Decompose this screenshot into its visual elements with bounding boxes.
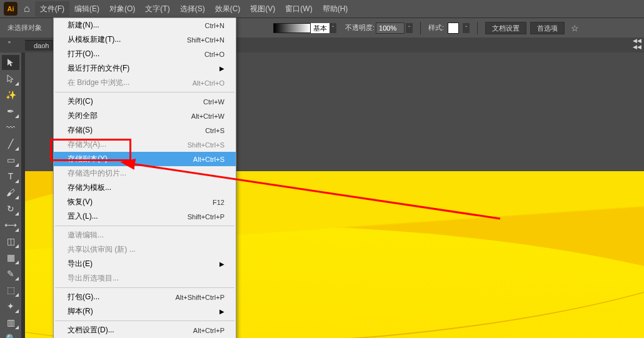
symbol-sprayer-tool[interactable]: ✦ bbox=[2, 299, 19, 314]
pen-tool[interactable]: ✒ bbox=[2, 104, 19, 119]
menu-item[interactable]: 存储(S)Ctrl+S bbox=[54, 123, 236, 137]
menu-item: 存储选中的切片... bbox=[54, 166, 236, 181]
rectangle-tool[interactable]: ▭ bbox=[2, 152, 19, 167]
eyedropper-tool[interactable]: ✎ bbox=[2, 266, 19, 281]
chevron-right-icon: ▶ bbox=[219, 65, 224, 72]
blend-tool[interactable]: ⬚ bbox=[2, 282, 19, 297]
opacity-input[interactable] bbox=[376, 22, 405, 34]
style-label: 样式: bbox=[428, 23, 444, 32]
width-tool[interactable]: ⟷ bbox=[2, 217, 19, 232]
selection-tool[interactable] bbox=[2, 55, 19, 70]
menu-item-label: 存储为模板... bbox=[68, 182, 111, 193]
magic-wand-tool[interactable]: ✨ bbox=[2, 87, 19, 102]
prefs-button[interactable]: 首选项 bbox=[530, 22, 565, 34]
menu-item[interactable]: 存储副本(Y)...Alt+Ctrl+S bbox=[54, 152, 236, 166]
menu-view[interactable]: 视图(V) bbox=[245, 1, 280, 17]
pin-icon[interactable]: ☆ bbox=[571, 23, 579, 33]
menu-item[interactable]: 导出(E)▶ bbox=[54, 257, 236, 271]
menu-item-label: 导出所选项目... bbox=[68, 273, 119, 284]
menu-item: 共享以供审阅 (新) ... bbox=[54, 242, 236, 257]
style-basic-label: 基本 bbox=[311, 23, 330, 33]
menu-separator bbox=[55, 321, 234, 321]
menu-shortcut: Alt+Ctrl+O bbox=[193, 79, 224, 87]
menu-edit[interactable]: 编辑(E) bbox=[69, 1, 104, 17]
menu-item[interactable]: 脚本(R)▶ bbox=[54, 304, 236, 319]
doc-setup-button[interactable]: 文档设置 bbox=[485, 22, 526, 34]
menu-item[interactable]: 置入(L)...Shift+Ctrl+P bbox=[54, 209, 236, 224]
column-graph-tool[interactable]: ▥ bbox=[2, 315, 19, 330]
menu-item-label: 在 Bridge 中浏览... bbox=[68, 77, 129, 88]
menu-item-label: 存储副本(Y)... bbox=[68, 154, 114, 164]
zoom-tool[interactable]: 🔍 bbox=[2, 331, 19, 338]
menu-object[interactable]: 对象(O) bbox=[104, 1, 140, 17]
menu-effect[interactable]: 效果(C) bbox=[210, 1, 246, 17]
menu-shortcut: Alt+Shift+Ctrl+P bbox=[175, 294, 224, 301]
menu-item-label: 存储(S) bbox=[68, 125, 93, 136]
style-swatch[interactable] bbox=[448, 22, 459, 34]
style-gradient-icon bbox=[273, 23, 311, 33]
menu-shortcut: Shift+Ctrl+P bbox=[188, 213, 224, 221]
type-tool[interactable]: T bbox=[2, 169, 19, 184]
chevron-right-icon: ▶ bbox=[219, 308, 224, 315]
chevron-down-icon[interactable]: ˇ bbox=[330, 23, 336, 33]
opacity-label: 不透明度: bbox=[345, 23, 375, 32]
home-icon[interactable]: ⌂ bbox=[24, 3, 30, 14]
divider bbox=[477, 22, 478, 34]
menu-shortcut: Ctrl+W bbox=[203, 98, 224, 106]
menu-window[interactable]: 窗口(W) bbox=[280, 1, 317, 17]
menu-item-label: 打开(O)... bbox=[68, 49, 99, 59]
menu-item-label: 导出(E) bbox=[68, 259, 93, 269]
direct-selection-tool[interactable] bbox=[2, 71, 19, 86]
menu-shortcut: Alt+Ctrl+P bbox=[193, 327, 224, 334]
menu-item: 导出所选项目... bbox=[54, 271, 236, 286]
curvature-tool[interactable]: 〰 bbox=[2, 120, 19, 135]
menu-shortcut: Ctrl+N bbox=[205, 22, 224, 29]
menu-item-label: 关闭全部 bbox=[68, 111, 98, 121]
rotate-tool[interactable]: ↻ bbox=[2, 201, 19, 216]
menu-item[interactable]: 打开(O)...Ctrl+O bbox=[54, 47, 236, 61]
menu-separator bbox=[55, 226, 234, 226]
menu-item: 邀请编辑... bbox=[54, 228, 236, 242]
menu-item[interactable]: 最近打开的文件(F)▶ bbox=[54, 61, 236, 76]
menu-select[interactable]: 选择(S) bbox=[175, 1, 210, 17]
menu-item-label: 置入(L)... bbox=[68, 211, 98, 222]
divider bbox=[420, 22, 421, 34]
chevron-down-icon[interactable]: ˇ bbox=[463, 23, 470, 33]
menu-item-label: 共享以供审阅 (新) ... bbox=[68, 244, 136, 255]
menu-separator bbox=[55, 92, 234, 92]
line-tool[interactable]: ╱ bbox=[2, 136, 19, 151]
menu-item: 在 Bridge 中浏览...Alt+Ctrl+O bbox=[54, 76, 236, 90]
menu-shortcut: Alt+Ctrl+S bbox=[193, 156, 224, 163]
menu-item-label: 从模板新建(T)... bbox=[68, 34, 121, 45]
menu-shortcut: Alt+Ctrl+W bbox=[191, 112, 224, 120]
panel-collapse-strip[interactable]: » bbox=[0, 37, 19, 46]
menu-type[interactable]: 文字(T) bbox=[140, 1, 174, 17]
menu-help[interactable]: 帮助(H) bbox=[318, 1, 353, 17]
shape-builder-tool[interactable]: ◫ bbox=[2, 234, 19, 249]
menu-shortcut: F12 bbox=[213, 199, 224, 206]
graphic-style-picker[interactable]: 基本 ˇ bbox=[273, 23, 336, 33]
menu-item-label: 存储选中的切片... bbox=[68, 168, 126, 179]
menu-item[interactable]: 文档设置(D)...Alt+Ctrl+P bbox=[54, 323, 236, 337]
menu-shortcut: Shift+Ctrl+N bbox=[187, 36, 224, 44]
menubar: Ai ⌂ 文件(F) 编辑(E) 对象(O) 文字(T) 选择(S) 效果(C)… bbox=[0, 0, 644, 17]
menu-item[interactable]: 存储为模板... bbox=[54, 181, 236, 195]
menu-item[interactable]: 新建(N)...Ctrl+N bbox=[54, 18, 236, 32]
menu-shortcut: Ctrl+S bbox=[205, 127, 224, 134]
file-dropdown-menu: 新建(N)...Ctrl+N从模板新建(T)...Shift+Ctrl+N打开(… bbox=[53, 17, 236, 338]
menu-item[interactable]: 打包(G)...Alt+Shift+Ctrl+P bbox=[54, 290, 236, 304]
menu-item-label: 新建(N)... bbox=[68, 20, 99, 31]
menu-item-label: 关闭(C) bbox=[68, 96, 93, 107]
paintbrush-tool[interactable]: 🖌 bbox=[2, 185, 19, 200]
menu-item[interactable]: 恢复(V)F12 bbox=[54, 195, 236, 209]
menu-item[interactable]: 从模板新建(T)...Shift+Ctrl+N bbox=[54, 32, 236, 47]
menu-file[interactable]: 文件(F) bbox=[35, 1, 69, 17]
right-panel-chevrons[interactable]: ◀◀◀◀ bbox=[633, 37, 641, 50]
menu-item-label: 最近打开的文件(F) bbox=[68, 63, 129, 74]
menu-item[interactable]: 关闭全部Alt+Ctrl+W bbox=[54, 109, 236, 123]
menu-item-label: 文档设置(D)... bbox=[68, 325, 114, 336]
menu-item: 存储为(A)...Shift+Ctrl+S bbox=[54, 137, 236, 152]
gradient-tool[interactable]: ▦ bbox=[2, 250, 19, 265]
menu-item[interactable]: 关闭(C)Ctrl+W bbox=[54, 94, 236, 109]
chevron-down-icon[interactable]: ˇ bbox=[406, 23, 413, 33]
